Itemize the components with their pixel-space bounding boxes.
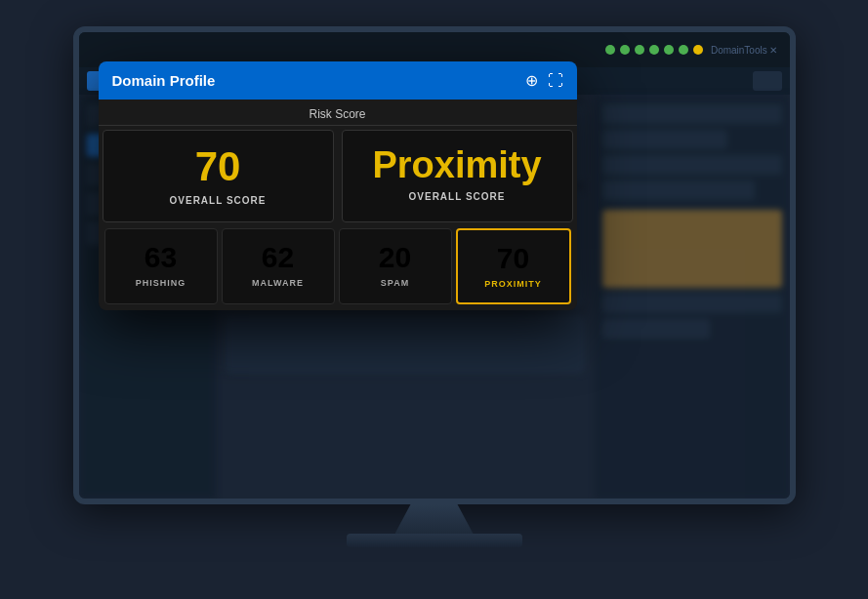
monitor: DomainTools ✕	[54, 26, 815, 573]
proximity-value: 70	[466, 244, 561, 273]
bg-row-3	[226, 315, 585, 374]
spam-value: 20	[348, 243, 443, 272]
panel-icons: ⊕ ⛶	[525, 71, 563, 90]
bg-right-item-5	[602, 294, 782, 313]
overall-score-card-2: Proximity OVERALL SCORE	[342, 130, 573, 222]
panel-title: Domain Profile	[112, 72, 216, 89]
malware-value: 62	[230, 243, 326, 272]
monitor-base	[347, 534, 522, 547]
scores-row: 70 OVERALL SCORE Proximity OVERALL SCORE	[99, 126, 577, 226]
sub-scores-row: 63 PHISHING 62 MALWARE 20 SPAM 70 PROXIM…	[99, 226, 577, 310]
bg-right-item-3	[602, 155, 782, 175]
overall-score-label-2: OVERALL SCORE	[354, 191, 560, 202]
malware-card: 62 MALWARE	[222, 228, 335, 304]
phishing-label: PHISHING	[113, 278, 209, 288]
bg-right-item-6	[602, 319, 710, 339]
panel-header: Domain Profile ⊕ ⛶	[99, 61, 577, 100]
proximity-label: PROXIMITY	[466, 279, 561, 289]
bg-right-item-4	[602, 180, 755, 200]
zoom-icon[interactable]: ⊕	[525, 71, 538, 90]
bg-right-image	[602, 210, 782, 288]
spam-label: SPAM	[348, 278, 443, 288]
bg-dots	[605, 45, 703, 55]
monitor-screen: DomainTools ✕	[73, 26, 796, 504]
overall-score-label-1: OVERALL SCORE	[115, 195, 321, 206]
bg-right-item-1	[602, 104, 782, 124]
overall-score-value-1: 70	[115, 146, 321, 187]
domain-profile-panel: Domain Profile ⊕ ⛶ Risk Score 70 OVERALL…	[99, 61, 577, 310]
phishing-value: 63	[113, 243, 209, 272]
bg-topbar-label: DomainTools ✕	[711, 45, 778, 56]
malware-label: MALWARE	[230, 278, 326, 288]
phishing-card: 63 PHISHING	[104, 228, 218, 304]
spam-card: 20 SPAM	[339, 228, 452, 304]
dot-3	[635, 45, 644, 55]
dot-7	[693, 45, 703, 55]
overall-score-card-1: 70 OVERALL SCORE	[103, 130, 334, 222]
bg-card-6	[226, 315, 585, 374]
proximity-card: 70 PROXIMITY	[456, 228, 571, 304]
dot-1	[605, 45, 615, 55]
dot-6	[679, 45, 688, 55]
dot-4	[649, 45, 659, 55]
risk-score-label: Risk Score	[99, 100, 577, 126]
dot-5	[664, 45, 674, 55]
bg-tab-search	[753, 71, 782, 91]
monitor-stand	[395, 504, 474, 534]
bg-right-item-2	[602, 130, 728, 149]
expand-icon[interactable]: ⛶	[548, 72, 563, 90]
bg-topbar-content: DomainTools ✕	[91, 45, 778, 56]
dot-2	[620, 45, 630, 55]
overall-score-value-2: Proximity	[354, 146, 560, 183]
bg-right-panel	[595, 95, 790, 499]
